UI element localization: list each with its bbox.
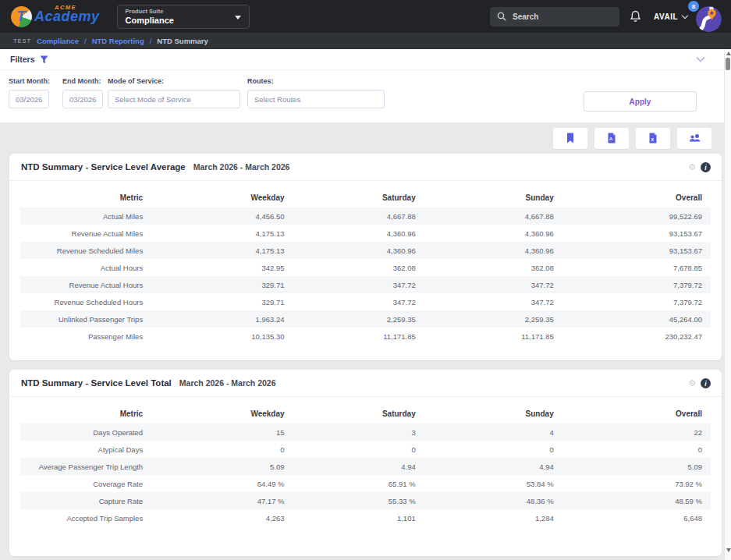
export-excel-button[interactable]: x <box>636 128 670 149</box>
notification-bell-icon[interactable] <box>630 10 641 26</box>
scroll-up-arrow-icon[interactable] <box>726 51 731 55</box>
info-icon[interactable]: i <box>701 378 711 388</box>
card-header: NTD Summary - Service Level Average Marc… <box>9 154 722 181</box>
table-row: Actual Miles4,456.504,667.884,667.8899,5… <box>20 207 711 225</box>
table-cell: Passenger Miles <box>20 328 151 345</box>
filters-header: Filters <box>0 49 731 70</box>
service-level-total-table: MetricWeekdaySaturdaySundayOverall Days … <box>20 403 711 526</box>
user-avatar[interactable]: 8 <box>696 6 722 32</box>
ntd-summary-total-card: NTD Summary - Service Level Total March … <box>9 370 722 556</box>
search-box[interactable] <box>490 7 619 27</box>
table-cell: 362.08 <box>293 259 424 276</box>
table-cell: 347.72 <box>424 293 562 310</box>
user-menu-dropdown[interactable]: AVAIL <box>654 12 687 21</box>
table-cell: 64.49 % <box>151 475 293 492</box>
search-input[interactable] <box>513 12 612 21</box>
breadcrumb-link-compliance[interactable]: Compliance <box>37 37 79 45</box>
svg-text:x: x <box>651 136 655 142</box>
column-header: Metric <box>20 187 151 207</box>
filters-title: Filters <box>10 55 35 64</box>
table-container: MetricWeekdaySaturdaySundayOverall Actua… <box>9 181 722 360</box>
info-icon[interactable]: i <box>701 162 711 172</box>
avatar-image <box>696 6 722 32</box>
logo-academy-text: Academy <box>34 9 100 24</box>
table-cell: 2,259.35 <box>293 310 424 328</box>
table-cell: 3 <box>293 424 424 441</box>
table-cell: 0 <box>293 441 424 458</box>
table-cell: Actual Hours <box>20 259 151 276</box>
routes-field: Routes: Select Routes <box>247 77 385 108</box>
logo-acme-text: ACME <box>55 5 76 11</box>
bookmark-button[interactable] <box>553 128 587 149</box>
breadcrumb-link-ntd-reporting[interactable]: NTD Reporting <box>92 37 144 45</box>
export-pdf-button[interactable]: A <box>594 128 629 149</box>
table-cell: 1,284 <box>424 509 562 526</box>
table-header-row: MetricWeekdaySaturdaySundayOverall <box>20 187 711 207</box>
table-cell: 55.33 % <box>293 492 424 509</box>
routes-select[interactable]: Select Routes <box>247 90 385 108</box>
product-suite-dropdown[interactable]: Product Suite Compliance <box>117 5 250 29</box>
table-cell: 48.36 % <box>424 492 562 509</box>
start-month-input[interactable] <box>9 90 49 108</box>
table-cell: Accepted Trip Samples <box>20 509 151 526</box>
table-cell: 93,153.67 <box>562 225 711 242</box>
end-month-label: End Month: <box>62 77 103 85</box>
start-month-label: Start Month: <box>9 77 50 85</box>
routes-label: Routes: <box>247 77 385 85</box>
product-suite-value: Compliance <box>126 16 241 25</box>
table-cell: 4,360.96 <box>424 225 562 242</box>
pdf-file-icon: A <box>607 133 616 144</box>
table-cell: Revenue Actual Hours <box>20 276 151 293</box>
collapse-chevron-icon[interactable] <box>696 56 705 62</box>
table-cell: 4,667.88 <box>293 207 424 225</box>
table-cell: 362.08 <box>424 259 562 276</box>
table-cell: 4,360.96 <box>293 242 424 259</box>
table-cell: 4,667.88 <box>424 207 562 225</box>
table-cell: 4,360.96 <box>424 242 562 259</box>
table-cell: 2,259.35 <box>424 310 562 328</box>
table-cell: 7,678.85 <box>562 259 711 276</box>
table-cell: 1,101 <box>293 509 424 526</box>
vertical-scrollbar[interactable] <box>724 49 731 560</box>
table-row: Revenue Scheduled Hours329.71347.72347.7… <box>20 293 711 310</box>
end-month-input[interactable] <box>62 90 103 108</box>
table-cell: 7,379.72 <box>562 276 711 293</box>
app-logo[interactable]: T ACME Academy <box>11 6 100 27</box>
mode-of-service-select[interactable]: Select Mode of Service <box>108 90 240 108</box>
user-menu-label: AVAIL <box>654 12 678 21</box>
gear-icon[interactable]: ⚙ <box>688 379 696 388</box>
table-cell: 329.71 <box>151 276 293 293</box>
table-cell: 0 <box>151 441 293 458</box>
card-date-range: March 2026 - March 2026 <box>193 162 290 172</box>
table-cell: Actual Miles <box>20 207 151 225</box>
filters-body: Start Month: End Month: Mode of Service:… <box>0 70 731 122</box>
table-cell: 4.94 <box>293 458 424 475</box>
table-row: Average Passenger Trip Length5.094.944.9… <box>20 458 711 475</box>
table-row: Coverage Rate64.49 %65.91 %53.84 %73.92 … <box>20 475 711 492</box>
table-cell: 347.72 <box>293 276 424 293</box>
scrollbar-thumb[interactable] <box>726 58 730 70</box>
breadcrumb-current-page: NTD Summary <box>157 37 208 45</box>
share-users-button[interactable] <box>677 128 711 149</box>
filter-funnel-icon <box>40 55 48 64</box>
table-cell: 230,232.47 <box>562 328 711 345</box>
end-month-field: End Month: <box>62 77 103 108</box>
table-cell: 22 <box>562 424 711 441</box>
scroll-down-arrow-icon[interactable] <box>726 548 731 552</box>
column-header: Weekday <box>151 187 293 207</box>
card-date-range: March 2026 - March 2026 <box>179 378 276 388</box>
table-cell: 4,360.96 <box>293 225 424 242</box>
column-header: Sunday <box>424 187 562 207</box>
start-month-field: Start Month: <box>9 77 50 108</box>
table-cell: Revenue Actual Miles <box>20 225 151 242</box>
table-container: MetricWeekdaySaturdaySundayOverall Days … <box>9 397 722 556</box>
table-cell: 4,456.50 <box>151 207 293 225</box>
column-header: Weekday <box>151 403 293 424</box>
table-cell: 11,171.85 <box>424 328 562 345</box>
table-row: Days Operated153422 <box>20 424 711 441</box>
gear-icon[interactable]: ⚙ <box>688 163 696 172</box>
table-row: Revenue Actual Miles4,175.134,360.964,36… <box>20 225 711 242</box>
product-suite-label: Product Suite <box>126 8 241 15</box>
apply-button[interactable]: Apply <box>584 91 697 112</box>
column-header: Saturday <box>293 403 424 424</box>
